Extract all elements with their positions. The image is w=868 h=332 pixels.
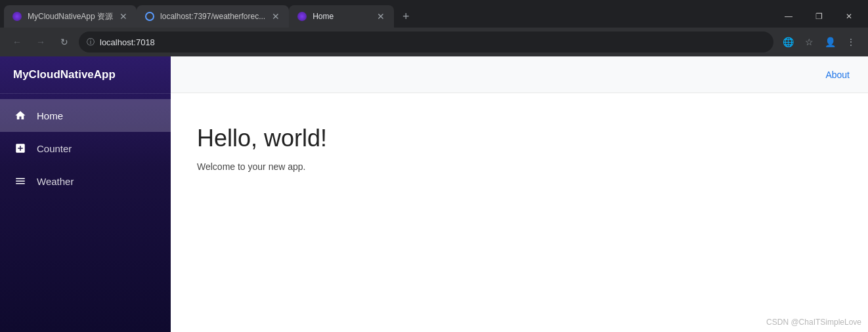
tab-bar-left: MyCloudNativeApp 资源 ✕ localhost:7397/wea… (0, 5, 773, 28)
sidebar-item-weather-label: Weather (37, 176, 74, 187)
sidebar-item-counter[interactable]: Counter (0, 132, 171, 165)
tab-favicon-3 (297, 11, 307, 22)
main-content: About Hello, world! Welcome to your new … (171, 56, 868, 332)
sidebar-item-home[interactable]: Home (0, 99, 171, 132)
browser-tab-3[interactable]: Home ✕ (289, 5, 394, 28)
forward-button[interactable]: → (32, 33, 50, 51)
about-link[interactable]: About (825, 70, 850, 80)
address-bar-input-wrap[interactable]: ⓘ localhost:7018 (79, 31, 773, 52)
sidebar: MyCloudNativeApp Home Counter (0, 56, 171, 332)
tab-close-1[interactable]: ✕ (118, 11, 129, 22)
back-button[interactable]: ← (8, 33, 26, 51)
weather-icon (13, 174, 28, 188)
tab-title-3: Home (313, 12, 370, 21)
page-body: Hello, world! Welcome to your new app. (171, 93, 868, 203)
profile-button[interactable]: 👤 (821, 33, 839, 51)
tab-favicon-1 (12, 11, 22, 22)
bookmark-button[interactable]: ☆ (800, 33, 818, 51)
address-bar: ← → ↻ ⓘ localhost:7018 🌐 ☆ 👤 ⋮ (0, 28, 868, 56)
toolbar-icons: 🌐 ☆ 👤 ⋮ (779, 33, 860, 51)
sidebar-brand: MyCloudNativeApp (0, 56, 171, 94)
top-nav: About (171, 56, 868, 93)
tab-bar: MyCloudNativeApp 资源 ✕ localhost:7397/wea… (0, 0, 868, 28)
browser-tab-1[interactable]: MyCloudNativeApp 资源 ✕ (4, 5, 137, 28)
tab-favicon-2 (144, 11, 155, 22)
app-window: MyCloudNativeApp Home Counter (0, 56, 868, 332)
sidebar-item-home-label: Home (37, 110, 63, 121)
reload-button[interactable]: ↻ (55, 33, 74, 51)
page-title: Hello, world! (197, 125, 842, 152)
sidebar-item-weather[interactable]: Weather (0, 165, 171, 197)
window-controls: — ❐ ✕ (773, 5, 868, 28)
browser-chrome: MyCloudNativeApp 资源 ✕ localhost:7397/wea… (0, 0, 868, 56)
translate-button[interactable]: 🌐 (779, 33, 797, 51)
tab-title-1: MyCloudNativeApp 资源 (28, 11, 113, 22)
address-security-icon: ⓘ (87, 37, 95, 48)
sidebar-nav: Home Counter Weather (0, 94, 171, 203)
maximize-button[interactable]: ❐ (804, 5, 834, 28)
new-tab-button[interactable]: + (397, 7, 415, 26)
tab-close-3[interactable]: ✕ (376, 11, 386, 22)
close-button[interactable]: ✕ (834, 5, 864, 28)
home-icon (13, 108, 28, 123)
page-subtitle: Welcome to your new app. (197, 161, 842, 172)
counter-icon (13, 141, 28, 156)
tab-title-2: localhost:7397/weatherforec... (160, 12, 265, 21)
minimize-button[interactable]: — (773, 5, 804, 28)
browser-tab-2[interactable]: localhost:7397/weatherforec... ✕ (137, 5, 289, 28)
sidebar-item-counter-label: Counter (37, 143, 72, 154)
address-text: localhost:7018 (100, 37, 766, 47)
menu-button[interactable]: ⋮ (842, 33, 860, 51)
tab-close-2[interactable]: ✕ (271, 11, 281, 22)
